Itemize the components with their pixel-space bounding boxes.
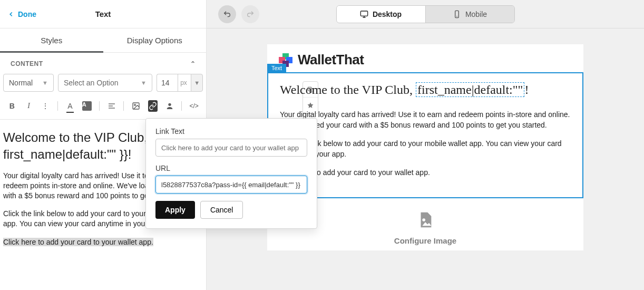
panel-title: Text	[95, 9, 111, 18]
person-icon	[165, 102, 174, 110]
done-button[interactable]: Done	[7, 10, 36, 18]
block-type-tag: Text	[267, 64, 286, 72]
link-popover: Link Text URL Apply Cancel	[145, 118, 317, 229]
brand-name: WalletThat	[298, 52, 364, 68]
caret-down-icon: ▼	[141, 80, 147, 86]
font-family-select[interactable]: Select an Option▼	[58, 74, 152, 92]
caret-down-icon[interactable]: ▼	[191, 74, 203, 92]
preview-heading: Welcome to the VIP Club, first_name|defa…	[280, 83, 571, 97]
image-placeholder-caption: Configure Image	[267, 236, 583, 245]
font-size-unit: px	[178, 74, 191, 92]
image-icon	[132, 102, 140, 110]
preview-paragraph: Click here to add your card to your wall…	[280, 168, 571, 178]
image-icon	[416, 211, 434, 229]
url-input[interactable]	[155, 176, 307, 194]
align-left-icon	[108, 102, 116, 110]
italic-button[interactable]: I	[24, 100, 34, 112]
svg-rect-9	[455, 11, 459, 17]
link-icon	[149, 102, 157, 110]
divider	[123, 101, 124, 111]
desktop-icon	[360, 10, 368, 18]
code-view-button[interactable]: </>	[189, 100, 199, 112]
merge-variable[interactable]: first_name|default:""	[416, 82, 524, 97]
url-label: URL	[155, 164, 307, 172]
divider	[181, 101, 182, 111]
mobile-icon	[453, 10, 461, 18]
svg-point-13	[422, 218, 425, 221]
highlight-color-button[interactable]: A	[82, 100, 92, 112]
redo-button	[241, 5, 259, 23]
undo-icon	[223, 10, 231, 18]
text-color-button[interactable]: A	[65, 100, 75, 112]
font-size-stepper[interactable]: 14 px ▼	[157, 74, 203, 92]
editor-paragraph[interactable]: Click here to add your card to your wall…	[3, 237, 203, 247]
svg-point-5	[168, 103, 171, 106]
image-button[interactable]	[131, 100, 141, 112]
preview-paragraph: Your digital loyalty card has arrived! U…	[280, 110, 571, 130]
more-format-button[interactable]: ⋮	[41, 100, 51, 112]
preview-paragraph: Click the link below to add your card to…	[280, 139, 571, 159]
device-desktop-toggle[interactable]: Desktop	[337, 6, 425, 23]
link-text-label: Link Text	[155, 127, 307, 136]
device-mobile-toggle[interactable]: Mobile	[426, 6, 514, 23]
personalization-button[interactable]	[165, 100, 174, 112]
apply-button[interactable]: Apply	[155, 201, 195, 219]
undo-button[interactable]	[218, 5, 236, 23]
link-text-input[interactable]	[155, 139, 307, 157]
chevron-up-icon: ⌃	[190, 60, 196, 67]
link-button[interactable]	[148, 100, 158, 112]
done-label: Done	[18, 10, 36, 18]
cancel-button[interactable]: Cancel	[200, 201, 243, 219]
align-button[interactable]	[107, 100, 116, 112]
paragraph-style-select[interactable]: Normal▼	[3, 74, 54, 92]
content-section-toggle[interactable]: CONTENT ⌃	[0, 53, 206, 72]
tab-styles[interactable]: Styles	[0, 28, 103, 52]
svg-point-4	[134, 104, 136, 106]
svg-rect-6	[360, 11, 367, 16]
tab-display-options[interactable]: Display Options	[103, 28, 207, 52]
divider	[57, 101, 58, 111]
content-section-label: CONTENT	[11, 60, 43, 67]
redo-icon	[246, 10, 255, 18]
bold-button[interactable]: B	[7, 100, 17, 112]
arrow-left-icon	[7, 11, 15, 18]
font-size-value[interactable]: 14	[157, 74, 178, 92]
brand-logo: WalletThat	[267, 44, 583, 72]
caret-down-icon: ▼	[42, 80, 48, 86]
divider	[99, 101, 100, 111]
